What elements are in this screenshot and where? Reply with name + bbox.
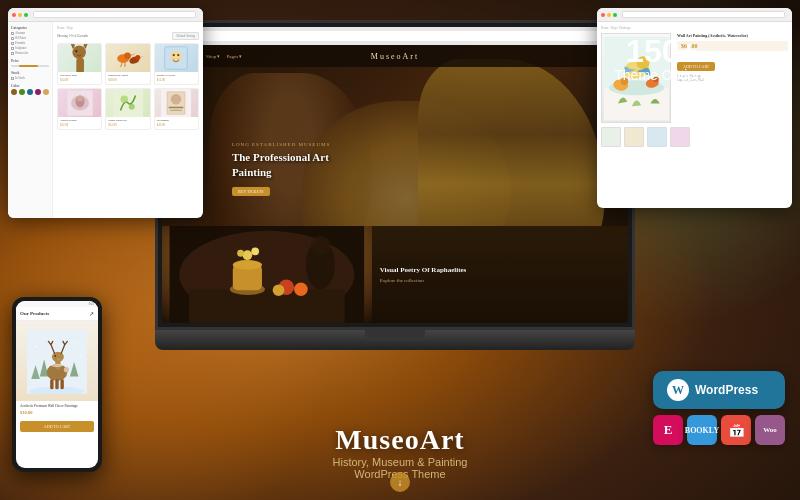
mobile-product-price: $10.00 xyxy=(20,410,94,415)
product-image xyxy=(155,44,198,72)
thumbnail-1[interactable] xyxy=(601,127,621,147)
dot-red xyxy=(12,13,16,17)
product-card[interactable]: Nature Watercolor $22.00 xyxy=(105,88,150,130)
svg-point-43 xyxy=(273,284,285,296)
scroll-icon: ↓ xyxy=(390,472,410,492)
art-illustration-2 xyxy=(65,89,95,117)
checkbox[interactable] xyxy=(11,52,14,55)
product-name: Modern Art Poster xyxy=(157,74,196,77)
sort-select[interactable]: Default Sorting xyxy=(172,32,199,40)
mobile-product-info: Aesthetic Premium Wall Decor Paintings $… xyxy=(16,401,98,418)
wordpress-badge-area: W WordPress E BOOKLY 📅 Woo xyxy=(653,371,785,445)
product-thumbnails xyxy=(601,127,788,147)
laptop-browser-content: Home Blog Shop ▾ Pages ▾ MuseoArt LONG E… xyxy=(162,45,628,323)
wordpress-label: WordPress xyxy=(695,383,758,397)
calendar-badge: 📅 xyxy=(721,415,751,445)
color-swatch[interactable] xyxy=(35,89,41,95)
color-swatch[interactable] xyxy=(27,89,33,95)
checkbox[interactable] xyxy=(11,32,14,35)
product-card[interactable]: Painting On Canvas $18.00 xyxy=(105,43,150,85)
thumbnail-2[interactable] xyxy=(624,127,644,147)
product-name: Nature Watercolor xyxy=(108,119,147,122)
product-info: Painting On Canvas $18.00 xyxy=(106,72,149,84)
checkbox[interactable] xyxy=(11,47,14,50)
raphaelite-painting xyxy=(162,226,372,323)
svg-point-5 xyxy=(125,52,132,59)
price-range-bar[interactable] xyxy=(11,65,49,67)
external-link-icon[interactable]: ↗ xyxy=(89,310,94,317)
scroll-arrow: ↓ xyxy=(398,477,403,488)
product-card[interactable]: Oil Painting $45.00 xyxy=(154,88,199,130)
svg-point-23 xyxy=(171,94,182,105)
nav-shop[interactable]: Shop ▾ xyxy=(206,53,221,59)
main-title: MuseoArt xyxy=(333,424,468,456)
svg-rect-59 xyxy=(50,379,53,389)
svg-rect-24 xyxy=(169,107,184,109)
product-price: $24.00 xyxy=(60,78,99,82)
product-price: $45.00 xyxy=(157,123,196,127)
svg-rect-25 xyxy=(170,110,182,111)
mobile-product-image xyxy=(16,321,98,401)
scroll-indicator: ↓ xyxy=(390,472,410,492)
filter-item: Watercolor xyxy=(11,51,49,55)
svg-rect-61 xyxy=(60,379,63,389)
product-card[interactable]: Modern Art Poster $12.00 xyxy=(154,43,199,85)
svg-point-12 xyxy=(173,54,175,56)
product-info: Modern Art Poster $12.00 xyxy=(155,72,198,84)
dot-green-r xyxy=(613,13,617,17)
mobile-deer-illustration xyxy=(27,329,87,394)
browser-bar-right xyxy=(597,8,792,22)
color-label: Color xyxy=(11,84,49,88)
svg-point-46 xyxy=(237,250,244,257)
checkbox[interactable] xyxy=(11,42,14,45)
shop-main-content: Home / Shop Showing 1-9 of 24 results De… xyxy=(53,22,203,218)
elementor-badge: E xyxy=(653,415,683,445)
painting-right-section: Visual Poetry Of Raphaelites Explore the… xyxy=(372,262,628,287)
product-price: $22.00 xyxy=(108,123,147,127)
filter-item-in-stock: In Stock xyxy=(11,76,49,80)
thumbnail-4[interactable] xyxy=(670,127,690,147)
buy-tickets-button[interactable]: BUY TICKETS xyxy=(232,187,270,196)
product-price: $12.00 xyxy=(157,78,196,82)
svg-point-68 xyxy=(43,337,44,338)
svg-rect-60 xyxy=(55,379,58,389)
filter-item: Sculpture xyxy=(11,46,49,50)
shop-toolbar: Showing 1-9 of 24 results Default Sortin… xyxy=(57,32,199,40)
price-range-fill xyxy=(19,65,38,67)
laptop-url-bar xyxy=(196,31,618,41)
dot-green xyxy=(24,13,28,17)
browser-content-left: Categories Abstract Oil Paint Portraits … xyxy=(8,22,203,218)
site-logo: MuseoArt xyxy=(371,52,419,61)
product-name: Wall Decor Deer xyxy=(60,74,99,77)
nav-pages[interactable]: Pages ▾ xyxy=(227,53,243,59)
svg-point-62 xyxy=(64,367,69,372)
product-image xyxy=(155,89,198,117)
dot-red-r xyxy=(601,13,605,17)
color-swatch[interactable] xyxy=(11,89,17,95)
product-image xyxy=(106,89,149,117)
plugin-badges: E BOOKLY 📅 Woo xyxy=(653,415,785,445)
svg-point-7 xyxy=(136,55,141,60)
mobile-mockup: 9:41 Our Products ↗ xyxy=(12,297,102,472)
product-price: $18.00 xyxy=(108,78,147,82)
thumbnail-3[interactable] xyxy=(647,127,667,147)
mobile-add-to-cart-button[interactable]: ADD TO CART xyxy=(20,421,94,432)
color-swatch[interactable] xyxy=(19,89,25,95)
product-grid: Wall Decor Deer $24.00 xyxy=(57,43,199,130)
wordpress-logo: W xyxy=(667,379,689,401)
results-count: Showing 1-9 of 24 results xyxy=(57,34,88,38)
laptop-browser-bar xyxy=(162,27,628,45)
checkbox[interactable] xyxy=(11,37,14,40)
product-card[interactable]: Wall Decor Deer $24.00 xyxy=(57,43,102,85)
laptop-notch xyxy=(365,330,425,338)
color-swatch[interactable] xyxy=(43,89,49,95)
svg-point-67 xyxy=(79,354,81,356)
svg-point-1 xyxy=(72,45,85,58)
product-card[interactable]: Abstract Portrait $32.00 xyxy=(57,88,102,130)
wordpress-badge: W WordPress xyxy=(653,371,785,409)
options-label: Theme Options xyxy=(614,67,710,83)
breadcrumb: Home / Shop xyxy=(57,26,199,30)
checkbox[interactable] xyxy=(11,77,14,80)
url-bar-left xyxy=(33,11,196,18)
svg-point-63 xyxy=(51,363,63,366)
